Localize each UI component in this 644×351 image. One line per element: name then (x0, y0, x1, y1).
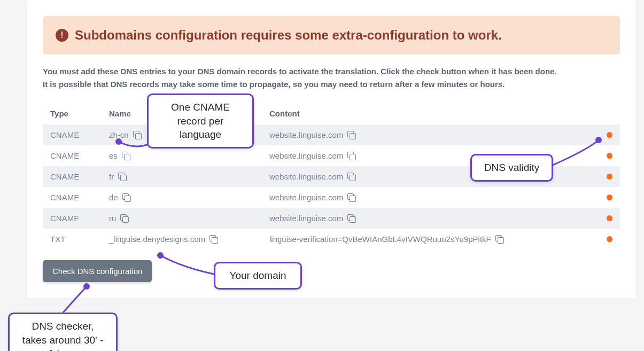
cell-content: website.linguise.com (269, 214, 343, 223)
col-header-status (599, 103, 620, 124)
cell-type: CNAME (43, 124, 102, 145)
copy-icon[interactable] (495, 235, 503, 243)
copy-icon[interactable] (347, 152, 355, 160)
status-dot-icon (607, 215, 612, 221)
copy-icon[interactable] (347, 214, 355, 222)
cell-type: CNAME (43, 145, 102, 166)
annotation-validity: DNS validity (470, 154, 553, 182)
copy-icon[interactable] (210, 235, 218, 243)
cell-content: website.linguise.com (269, 193, 343, 202)
alert-icon: ! (56, 29, 68, 42)
cell-name: _linguise.denydesigns.com (109, 235, 205, 244)
cell-name: de (109, 193, 118, 202)
status-dot-icon (607, 194, 612, 200)
cell-content: website.linguise.com (269, 151, 343, 160)
annotation-dnschecker: DNS checker, takes around 30' - 1 hour (8, 313, 118, 351)
copy-icon[interactable] (120, 214, 128, 222)
status-dot-icon (607, 236, 612, 242)
table-row: CNAME ru website.linguise.com (43, 208, 620, 229)
cell-name: fr (109, 172, 114, 181)
annotation-cname: One CNAME record per language (147, 93, 254, 149)
copy-icon[interactable] (347, 173, 355, 181)
description-line-2: It is possible that DNS records may take… (43, 78, 620, 91)
table-row: CNAME zh-cn website.linguise.com (43, 124, 620, 145)
cell-content: website.linguise.com (269, 172, 343, 181)
alert-text: Subdomains configuration requires some e… (75, 28, 502, 43)
cell-content: linguise-verification=QvBeWIAnGbL4vIVWQR… (269, 235, 491, 244)
copy-icon[interactable] (347, 193, 355, 201)
cell-type: TXT (43, 229, 102, 249)
cell-content: website.linguise.com (269, 130, 343, 139)
table-row: TXT _linguise.denydesigns.com linguise-v… (43, 229, 620, 249)
status-dot-icon (607, 174, 612, 180)
cell-type: CNAME (43, 166, 102, 187)
cell-name: es (109, 151, 118, 160)
cell-type: CNAME (43, 208, 102, 229)
cell-type: CNAME (43, 187, 102, 208)
check-dns-button[interactable]: Check DNS configuration (43, 260, 152, 282)
copy-icon[interactable] (122, 193, 130, 201)
copy-icon[interactable] (122, 152, 130, 160)
description-text: You must add these DNS entries to your D… (43, 65, 620, 91)
copy-icon[interactable] (133, 131, 141, 139)
cell-name: zh-cn (109, 130, 129, 139)
description-line-1: You must add these DNS entries to your D… (43, 65, 620, 78)
col-header-type: Type (43, 103, 102, 124)
annotation-domain: Your domain (214, 262, 302, 290)
copy-icon[interactable] (118, 173, 126, 181)
cell-name: ru (109, 214, 116, 223)
status-dot-icon (607, 132, 612, 138)
table-row: CNAME de website.linguise.com (43, 187, 620, 208)
col-header-content: Content (262, 103, 599, 124)
alert-banner: ! Subdomains configuration requires some… (43, 16, 620, 54)
dns-config-card: ! Subdomains configuration requires some… (27, 0, 636, 298)
copy-icon[interactable] (347, 131, 355, 139)
status-dot-icon (607, 153, 612, 159)
